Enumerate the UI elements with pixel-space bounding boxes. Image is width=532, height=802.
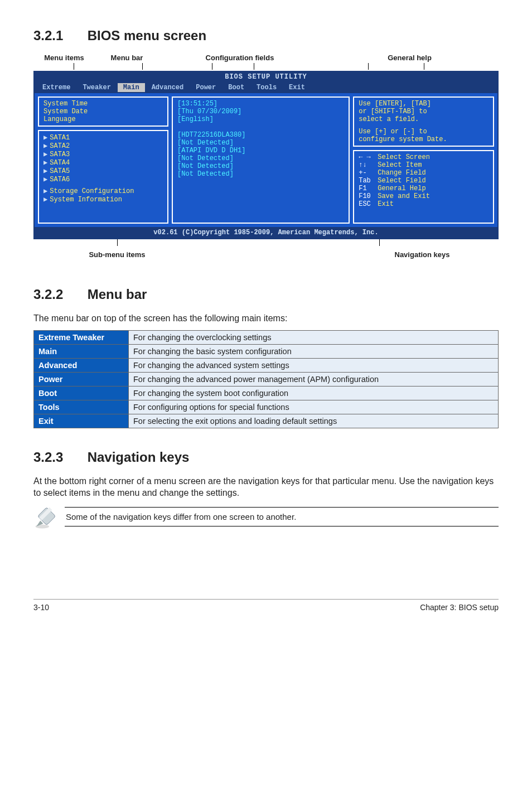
nav-desc: Select Item [378, 161, 422, 169]
bios-value: [13:51:25] [177, 100, 344, 108]
def-key: Power [34, 372, 129, 386]
nav-desc: Change Field [378, 169, 425, 177]
heading-title: Navigation keys [88, 450, 190, 465]
bios-tab: Boot [223, 83, 250, 92]
triangle-icon: ▶ [43, 159, 50, 167]
bios-value: [Not Detected] [177, 162, 344, 170]
bios-item: SATA4 [50, 159, 70, 167]
table-row: ToolsFor configuring options for special… [34, 400, 499, 414]
bios-item: System Time [43, 100, 163, 108]
label-submenu: Sub-menu items [33, 250, 201, 259]
callout-ticks [33, 63, 499, 71]
page-number: 3-10 [33, 603, 49, 612]
bios-value: [ATAPI DVD D DH1] [177, 147, 344, 154]
note-text: Some of the navigation keys differ from … [65, 507, 499, 526]
bios-config-fields: [13:51:25] [Thu 07/30/2009] [English] [H… [172, 96, 350, 224]
bios-item: SATA6 [50, 176, 70, 183]
def-val: For changing the basic system configurat… [129, 344, 499, 358]
triangle-icon: ▶ [43, 176, 50, 183]
heading-title: BIOS menu screen [88, 28, 206, 43]
heading-num: 3.2.2 [33, 287, 84, 302]
bios-tab: Extreme [37, 83, 76, 92]
bios-item: Language [43, 115, 163, 123]
pencil-icon [33, 507, 57, 532]
def-key: Advanced [34, 358, 129, 372]
bios-value: [English] [177, 115, 344, 123]
bios-tab-selected: Main [118, 83, 145, 92]
bios-tab: Advanced [146, 83, 190, 92]
help-line: Use [+] or [-] to [359, 128, 489, 136]
def-val: For changing the overclocking settings [129, 330, 499, 344]
triangle-icon: ▶ [43, 142, 50, 150]
help-line: or [SHIFT-TAB] to [359, 108, 489, 115]
menu-bar-table: Extreme TweakerFor changing the overcloc… [33, 330, 499, 428]
bios-value: [Not Detected] [177, 139, 344, 147]
heading-3-2-3: 3.2.3 Navigation keys [33, 450, 499, 465]
bios-body: System Time System Date Language ▶SATA1 … [35, 93, 497, 227]
nav-key: Tab [359, 177, 378, 185]
bios-item: SATA1 [50, 134, 70, 142]
bios-tab: Power [190, 83, 221, 92]
nav-desc: Save and Exit [378, 192, 430, 200]
bios-help-panel: Use [ENTER], [TAB] or [SHIFT-TAB] to sel… [353, 96, 494, 147]
def-key: Boot [34, 386, 129, 400]
label-menu-items: Menu items [33, 54, 95, 62]
bios-tab: Tweaker [77, 83, 116, 92]
table-row: MainFor changing the basic system config… [34, 344, 499, 358]
heading-3-2-1: 3.2.1 BIOS menu screen [33, 28, 499, 44]
bios-item: Storage Configuration [50, 187, 134, 195]
label-general-help: General help [321, 54, 499, 62]
bios-value: [Not Detected] [177, 154, 344, 162]
label-navkeys: Navigation keys [201, 250, 499, 259]
chapter-label: Chapter 3: BIOS setup [420, 603, 499, 612]
bios-item: SATA3 [50, 151, 70, 158]
triangle-icon: ▶ [43, 167, 50, 175]
bios-left-top-panel: System Time System Date Language [38, 96, 168, 127]
def-val: For changing the system boot configurati… [129, 386, 499, 400]
nav-keys-intro: At the bottom right corner of a menu scr… [33, 475, 499, 499]
triangle-icon: ▶ [43, 196, 50, 204]
bios-tab: Exit [283, 83, 311, 92]
help-line: Use [ENTER], [TAB] [359, 100, 489, 108]
heading-title: Menu bar [88, 287, 147, 302]
def-val: For configuring options for special func… [129, 400, 499, 414]
triangle-icon: ▶ [43, 134, 50, 142]
triangle-icon: ▶ [43, 151, 50, 158]
bios-item: System Information [50, 196, 122, 204]
table-row: PowerFor changing the advanced power man… [34, 372, 499, 386]
bios-left-bottom-panel: ▶SATA1 ▶SATA2 ▶SATA3 ▶SATA4 ▶SATA5 ▶SATA… [38, 130, 168, 224]
bios-value: [Not Detected] [177, 170, 344, 178]
bios-tab-bar: Extreme Tweaker Main Advanced Power Boot… [35, 82, 497, 93]
bios-item: SATA5 [50, 167, 70, 175]
table-row: Extreme TweakerFor changing the overcloc… [34, 330, 499, 344]
bios-tab: Tools [251, 83, 282, 92]
def-val: For changing the advanced system setting… [129, 358, 499, 372]
bios-item: System Date [43, 108, 163, 115]
heading-num: 3.2.1 [33, 28, 84, 44]
def-val: For selecting the exit options and loadi… [129, 414, 499, 428]
help-line: select a field. [359, 115, 489, 123]
nav-key: F10 [359, 192, 378, 200]
nav-key: +- [359, 169, 378, 177]
table-row: BootFor changing the system boot configu… [34, 386, 499, 400]
diagram-top-labels: Menu items Menu bar Configuration fields… [33, 54, 499, 62]
def-key: Exit [34, 414, 129, 428]
help-line: configure system Date. [359, 136, 489, 143]
diagram-bottom-labels: Sub-menu items Navigation keys [33, 250, 499, 259]
bios-screenshot: BIOS SETUP UTILITY Extreme Tweaker Main … [33, 71, 499, 239]
menu-bar-intro: The menu bar on top of the screen has th… [33, 312, 499, 325]
nav-desc: Select Field [378, 177, 425, 185]
bios-footer: v02.61 (C)Copyright 1985-2009, American … [35, 227, 497, 238]
nav-key: ← → [359, 153, 378, 161]
nav-desc: Select Screen [378, 153, 430, 161]
bios-value: [Thu 07/30/2009] [177, 108, 344, 115]
nav-key: ESC [359, 200, 378, 208]
label-menu-bar: Menu bar [95, 54, 159, 62]
label-config-fields: Configuration fields [159, 54, 321, 62]
page-footer: 3-10 Chapter 3: BIOS setup [33, 599, 499, 612]
heading-3-2-2: 3.2.2 Menu bar [33, 287, 499, 302]
nav-key: F1 [359, 185, 378, 192]
callout-ticks-bottom [33, 239, 499, 247]
table-row: ExitFor selecting the exit options and l… [34, 414, 499, 428]
def-key: Main [34, 344, 129, 358]
